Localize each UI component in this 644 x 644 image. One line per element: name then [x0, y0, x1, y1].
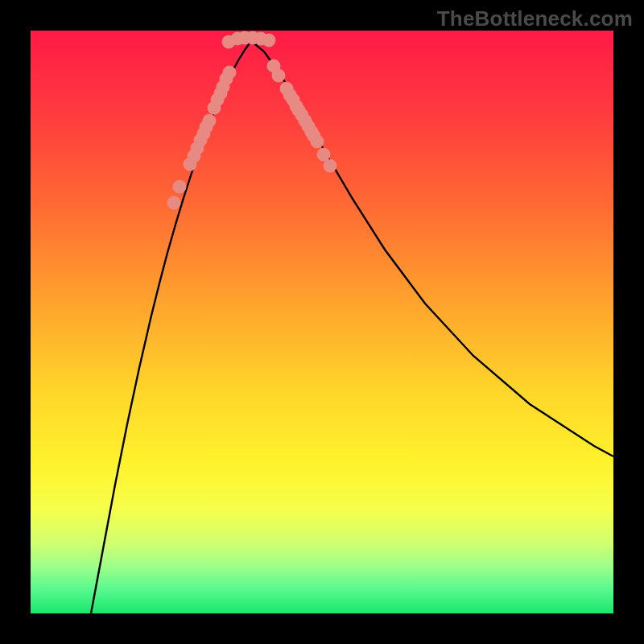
data-dot	[324, 159, 336, 172]
right-curve	[251, 41, 613, 456]
chart-frame: TheBottleneck.com	[0, 0, 644, 644]
data-dot	[311, 135, 324, 148]
chart-svg	[31, 31, 613, 613]
curve-group	[91, 41, 613, 613]
watermark-text: TheBottleneck.com	[437, 6, 633, 31]
data-dot	[317, 148, 330, 161]
data-dot	[262, 34, 275, 47]
data-dot	[173, 180, 186, 193]
data-dot	[272, 69, 285, 82]
data-dot	[203, 114, 216, 127]
plot-area	[31, 31, 613, 613]
left-curve	[91, 41, 251, 613]
dots-left-branch	[167, 66, 236, 209]
data-dot	[167, 196, 180, 209]
data-dot	[223, 66, 236, 79]
dots-right-branch	[267, 60, 336, 172]
